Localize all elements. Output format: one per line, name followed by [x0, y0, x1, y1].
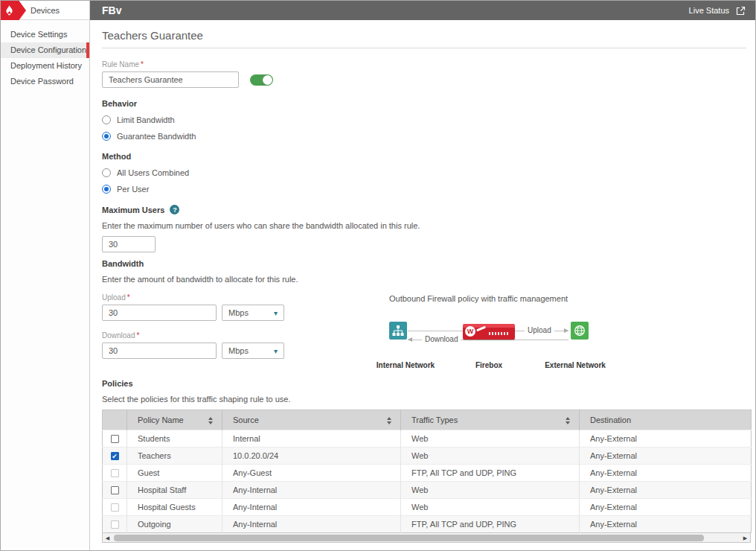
radio-button[interactable] [102, 185, 111, 194]
maximum-users-input[interactable] [102, 236, 156, 252]
row-checkbox[interactable]: ✔ [111, 452, 119, 460]
brand-logo [1, 1, 26, 20]
download-unit-select[interactable]: Mbps ▾ [222, 343, 284, 359]
required-asterisk: * [136, 331, 139, 340]
cell-checkbox [103, 465, 127, 482]
maximum-users-description: Enter the maximum number of users who ca… [102, 221, 746, 230]
live-status-label: Live Status [689, 6, 729, 15]
cell-destination: Any-External [580, 516, 752, 533]
help-icon[interactable]: ? [170, 205, 179, 214]
method-option-all-users[interactable]: All Users Combined [102, 168, 746, 177]
maximum-users-label: Maximum Users ? [102, 205, 746, 214]
row-checkbox[interactable] [111, 469, 119, 477]
table-row[interactable]: Hospital GuestsAny-InternalWebAny-Extern… [103, 499, 752, 516]
upload-input[interactable] [102, 305, 217, 321]
policies-table: Policy Name Source Traffic Types [102, 410, 751, 543]
scroll-right-arrow-icon[interactable]: ▶ [740, 533, 750, 543]
row-checkbox[interactable] [111, 435, 119, 443]
required-asterisk: * [127, 293, 130, 302]
cell-destination: Any-External [580, 465, 752, 482]
radio-button[interactable] [102, 132, 111, 141]
diagram-caption: Outbound Firewall policy with traffic ma… [389, 294, 589, 303]
cell-checkbox [103, 499, 127, 516]
cell-checkbox [103, 482, 127, 499]
download-arrowhead-icon [408, 337, 412, 342]
rule-name-label: Rule Name* [102, 60, 746, 69]
radio-label: Guarantee Bandwidth [117, 132, 196, 141]
upload-label: Upload* [102, 293, 301, 302]
radio-label: Per User [117, 185, 149, 194]
column-header-traffic-types[interactable]: Traffic Types [401, 410, 580, 430]
table-header-row: Policy Name Source Traffic Types [103, 410, 752, 430]
cell-source: Any-Internal [222, 482, 401, 499]
cell-destination: Any-External [580, 499, 752, 516]
device-title: FBv [102, 4, 121, 16]
cell-checkbox [103, 430, 127, 448]
sidebar-item-device-configuration[interactable]: Device Configuration [1, 42, 89, 58]
cell-traffic-types: FTP, All TCP and UDP, PING [401, 516, 580, 533]
table-row[interactable]: StudentsInternalWebAny-External [103, 430, 752, 448]
selected-unit: Mbps [228, 346, 249, 355]
cell-checkbox [103, 516, 127, 533]
scroll-left-arrow-icon[interactable]: ◀ [103, 533, 112, 543]
behavior-option-guarantee[interactable]: Guarantee Bandwidth [102, 132, 746, 141]
method-option-per-user[interactable]: Per User [102, 185, 746, 194]
horizontal-scrollbar[interactable]: ◀ ▶ [102, 533, 751, 543]
row-checkbox[interactable] [111, 486, 119, 494]
live-status-link[interactable]: Live Status [689, 6, 746, 16]
sort-icon[interactable] [208, 417, 213, 424]
sidebar-item-device-settings[interactable]: Device Settings [1, 27, 89, 42]
row-checkbox[interactable] [111, 520, 119, 529]
column-header-destination: Destination [580, 410, 752, 430]
watchguard-logo-icon: W [465, 326, 475, 337]
scrollbar-thumb[interactable] [114, 535, 704, 541]
row-checkbox[interactable] [111, 503, 119, 512]
upload-flow-label: Upload [525, 326, 554, 334]
table-row[interactable]: Hospital StaffAny-InternalWebAny-Externa… [103, 482, 752, 499]
column-header-source[interactable]: Source [222, 410, 401, 430]
table-row[interactable]: OutgoingAny-InternalFTP, All TCP and UDP… [103, 516, 752, 533]
bandwidth-section-label: Bandwidth [102, 259, 746, 268]
sidebar-nav: Device SettingsDevice ConfigurationDeplo… [1, 20, 89, 89]
table-row[interactable]: GuestAny-GuestFTP, All TCP and UDP, PING… [103, 465, 752, 482]
table-row[interactable]: ✔Teachers10.0.20.0/24WebAny-External [103, 448, 752, 465]
sidebar-item-device-password[interactable]: Device Password [1, 74, 89, 89]
upload-unit-select[interactable]: Mbps ▾ [222, 305, 284, 321]
download-input[interactable] [102, 343, 217, 359]
bandwidth-description: Enter the amount of bandwidth to allocat… [102, 275, 746, 284]
rule-enabled-toggle[interactable] [250, 74, 273, 86]
devices-breadcrumb[interactable]: Devices [1, 1, 89, 20]
cell-traffic-types: FTP, All TCP and UDP, PING [401, 465, 580, 482]
firebox-device-icon: W [463, 324, 515, 340]
policies-description: Select the policies for this traffic sha… [102, 395, 746, 404]
column-header-policy-name[interactable]: Policy Name [127, 410, 222, 430]
radio-label: All Users Combined [117, 168, 189, 177]
cell-destination: Any-External [580, 482, 752, 499]
sort-icon[interactable] [387, 417, 391, 424]
sidebar-item-deployment-history[interactable]: Deployment History [1, 58, 89, 74]
main-area: FBv Live Status Teachers Guarantee Rule … [90, 1, 755, 550]
radio-button[interactable] [102, 115, 111, 124]
cell-traffic-types: Web [401, 482, 580, 499]
cell-checkbox: ✔ [103, 448, 127, 465]
sidebar: Devices Device SettingsDevice Configurat… [1, 1, 90, 550]
rule-name-input[interactable] [102, 71, 239, 88]
sort-icon[interactable] [566, 417, 570, 424]
cell-source: Any-Internal [222, 499, 401, 516]
scrollbar-track[interactable] [112, 535, 740, 541]
cell-destination: Any-External [580, 430, 752, 448]
external-link-icon [736, 6, 746, 16]
behavior-option-limit[interactable]: Limit Bandwidth [102, 115, 746, 124]
cell-destination: Any-External [580, 448, 752, 465]
behavior-section-label: Behavior [102, 99, 746, 108]
policies-section-label: Policies [102, 379, 746, 388]
toggle-knob [263, 75, 272, 85]
breadcrumb-label: Devices [31, 6, 60, 15]
radio-button[interactable] [102, 168, 111, 177]
flame-icon [5, 5, 13, 16]
chevron-down-icon: ▾ [274, 309, 278, 317]
cell-policy-name: Outgoing [127, 516, 222, 533]
cell-source: Internal [222, 430, 401, 448]
external-network-icon [571, 322, 589, 340]
radio-label: Limit Bandwidth [117, 115, 175, 124]
